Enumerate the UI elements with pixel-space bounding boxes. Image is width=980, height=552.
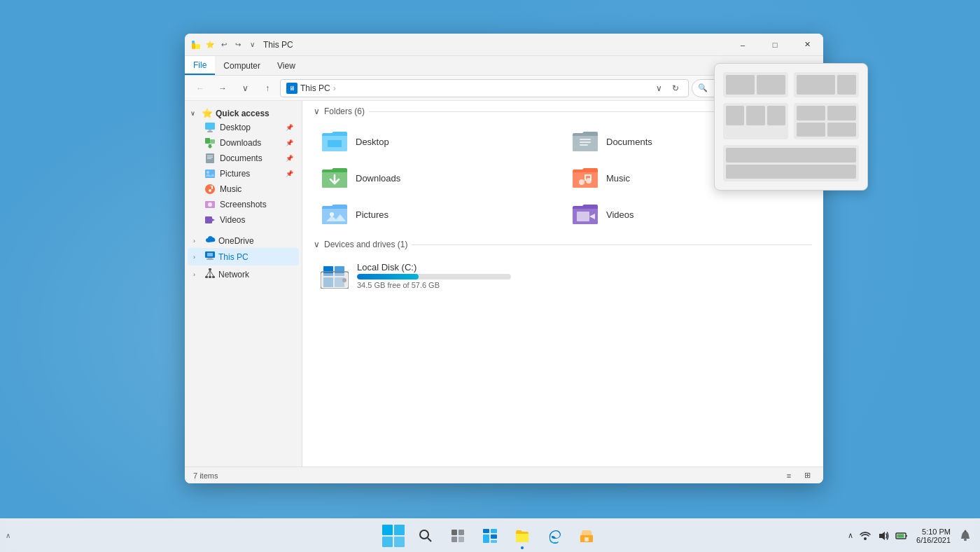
- folder-documents-icon: [571, 129, 599, 154]
- sidebar-item-documents[interactable]: Documents 📌: [188, 151, 299, 166]
- search-icon: [419, 529, 433, 543]
- up-button[interactable]: ↑: [258, 79, 277, 97]
- thispc-expand-icon: ›: [193, 254, 202, 261]
- refresh-button[interactable]: ↻: [668, 79, 682, 97]
- store-button[interactable]: [571, 520, 602, 551]
- svg-rect-25: [206, 258, 214, 260]
- svg-rect-33: [328, 140, 342, 147]
- folder-music-label: Music: [606, 173, 630, 184]
- widgets-button[interactable]: [475, 520, 505, 551]
- close-button[interactable]: ✕: [791, 34, 823, 56]
- undo-icon: ↩: [218, 39, 230, 50]
- quick-access-star-icon: ⭐: [202, 108, 213, 118]
- svg-rect-54: [451, 530, 457, 535]
- folder-downloads[interactable]: Downloads: [314, 161, 561, 195]
- menu-file[interactable]: File: [185, 56, 215, 75]
- folder-pictures[interactable]: Pictures: [314, 198, 561, 231]
- explorer-active-dot: [521, 546, 524, 549]
- clock[interactable]: 5:10 PM 6/16/2021: [913, 526, 953, 546]
- svg-rect-58: [483, 529, 489, 533]
- minimize-button[interactable]: –: [727, 34, 759, 56]
- svg-rect-55: [458, 530, 464, 535]
- svg-rect-70: [964, 539, 967, 541]
- svg-rect-7: [210, 139, 215, 144]
- network-icon[interactable]: [859, 530, 872, 542]
- svg-rect-56: [451, 537, 457, 542]
- file-explorer-icon: [514, 528, 530, 544]
- sidebar-thispc-header[interactable]: › This PC: [188, 248, 299, 265]
- folder-downloads-label: Downloads: [356, 173, 400, 184]
- svg-rect-17: [210, 186, 213, 186]
- local-disk-space: 34.5 GB free of 57.6 GB: [357, 281, 511, 289]
- folder-desktop[interactable]: Desktop: [314, 125, 561, 158]
- documents-icon: [204, 153, 216, 164]
- folder-pictures-label: Pictures: [356, 209, 388, 220]
- videos-icon: [204, 214, 216, 226]
- task-view-button[interactable]: [442, 520, 473, 551]
- volume-icon[interactable]: [877, 530, 890, 542]
- notification-icon[interactable]: [959, 530, 972, 542]
- file-explorer-button[interactable]: [507, 520, 538, 551]
- snap-popup: [714, 63, 868, 191]
- sidebar-network-header[interactable]: › Network: [188, 265, 299, 283]
- battery-icon[interactable]: [895, 530, 908, 542]
- snap-cell: [746, 106, 764, 125]
- address-dropdown-button[interactable]: ∨: [652, 79, 666, 97]
- snap-layout-3[interactable]: [723, 103, 788, 139]
- svg-marker-21: [212, 219, 215, 221]
- menu-computer[interactable]: Computer: [215, 56, 269, 75]
- sidebar-item-screenshots[interactable]: Screenshots: [188, 197, 299, 212]
- sidebar-item-downloads-label: Downloads: [220, 138, 261, 148]
- svg-rect-64: [584, 537, 589, 541]
- local-disk-name: Local Disk (C:): [357, 262, 511, 272]
- svg-rect-34: [580, 139, 591, 140]
- device-local-disk[interactable]: Local Disk (C:) 34.5 GB free of 57.6 GB: [314, 258, 812, 294]
- snap-layout-5[interactable]: [723, 145, 859, 181]
- taskbar-center: [378, 520, 602, 551]
- start-button[interactable]: [378, 520, 409, 551]
- quick-access-header[interactable]: ∨ ⭐ Quick access: [185, 106, 302, 120]
- devices-section-label: Devices and drives (1): [324, 240, 407, 249]
- show-more-button[interactable]: ∧: [848, 531, 853, 540]
- snap-cell: [726, 148, 856, 163]
- status-right: ≡ ⊞: [781, 469, 815, 482]
- devices-section-header[interactable]: ∨ Devices and drives (1): [302, 234, 823, 255]
- clock-date: 6/16/2021: [916, 536, 951, 544]
- back-button[interactable]: ←: [190, 79, 210, 97]
- tile-view-button[interactable]: ⊞: [799, 469, 815, 482]
- svg-point-37: [579, 179, 584, 185]
- svg-point-51: [342, 278, 346, 282]
- edge-icon: [547, 528, 562, 544]
- folder-videos[interactable]: Videos: [564, 198, 812, 231]
- dropdown-icon: ∨: [246, 39, 258, 50]
- windows-icon: [382, 525, 405, 547]
- svg-rect-11: [207, 158, 211, 159]
- menu-view[interactable]: View: [269, 56, 304, 75]
- sidebar-item-videos[interactable]: Videos: [188, 212, 299, 228]
- list-view-button[interactable]: ≡: [781, 469, 797, 482]
- svg-point-65: [864, 537, 867, 540]
- svg-line-30: [206, 270, 210, 276]
- show-hidden-icons[interactable]: ∧: [6, 532, 10, 539]
- sidebar-onedrive-header[interactable]: › OneDrive: [188, 233, 299, 248]
- snap-layout-1[interactable]: [723, 72, 788, 97]
- sidebar-item-pictures[interactable]: Pictures 📌: [188, 166, 299, 181]
- address-bar-pc-icon: 🖥: [286, 83, 298, 94]
- edge-button[interactable]: [539, 520, 570, 551]
- local-disk-progress-fill: [357, 274, 419, 280]
- snap-cell: [726, 75, 755, 95]
- search-button[interactable]: [410, 520, 441, 551]
- nav-dropdown-button[interactable]: ∨: [235, 79, 255, 97]
- sidebar-item-music[interactable]: Music: [188, 181, 299, 197]
- svg-rect-10: [207, 157, 213, 158]
- snap-layout-4[interactable]: [794, 103, 859, 139]
- forward-button[interactable]: →: [213, 79, 232, 97]
- address-bar[interactable]: 🖥 This PC › ∨ ↻: [280, 79, 689, 97]
- snap-cell: [827, 123, 856, 137]
- snap-layout-2[interactable]: [794, 72, 859, 97]
- sidebar-item-desktop[interactable]: Desktop 📌: [188, 120, 299, 135]
- sidebar-thispc-label: This PC: [218, 252, 248, 262]
- window-controls: – □ ✕: [727, 34, 823, 56]
- maximize-button[interactable]: □: [759, 34, 791, 56]
- sidebar-item-downloads[interactable]: Downloads 📌: [188, 135, 299, 151]
